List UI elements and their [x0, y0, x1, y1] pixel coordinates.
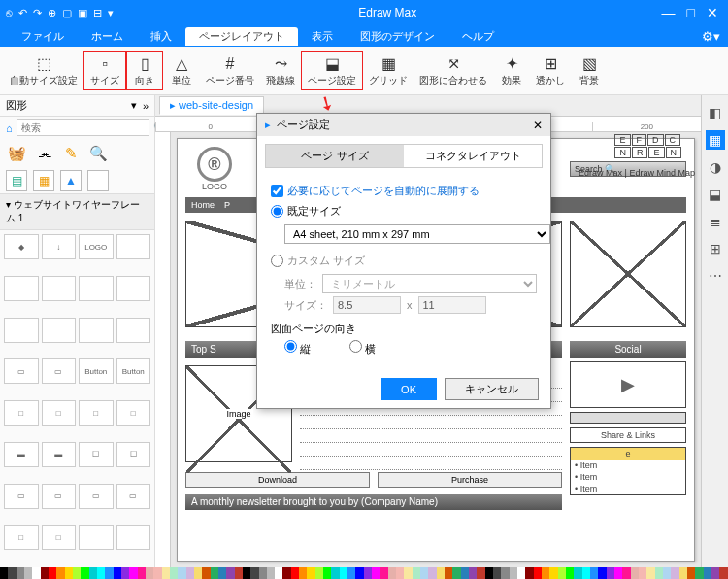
chevron-down-icon[interactable]: ▾	[131, 99, 137, 112]
ribbon-ページ設定[interactable]: ⬓ページ設定	[301, 51, 363, 90]
shape-item[interactable]	[42, 276, 77, 301]
close-button[interactable]: ✕	[707, 5, 718, 20]
width-input[interactable]	[333, 296, 401, 314]
maximize-button[interactable]: □	[687, 5, 695, 20]
ribbon-向き[interactable]: ▯向き	[126, 51, 163, 90]
shape-item[interactable]: LOGO	[79, 234, 114, 259]
edit-icon[interactable]: ✎	[60, 143, 82, 164]
ok-button[interactable]: OK	[381, 378, 437, 400]
shape-item[interactable]	[42, 318, 77, 343]
shape-preset-1[interactable]: ▤	[6, 170, 27, 191]
menu-view[interactable]: 表示	[298, 29, 347, 44]
menu-insert[interactable]: 挿入	[137, 29, 185, 44]
shape-item[interactable]: ◆	[4, 234, 39, 259]
unit-select[interactable]: ミリメートル	[322, 274, 537, 293]
ribbon-自動サイズ設定[interactable]: ⬚自動サイズ設定	[4, 52, 83, 89]
ribbon-サイズ[interactable]: ▫サイズ	[83, 51, 126, 90]
ribbon-効果[interactable]: ✦効果	[493, 52, 530, 89]
prop-icon[interactable]: ⬓	[706, 185, 725, 204]
style-icon[interactable]: ◑	[706, 157, 725, 177]
auto-expand-checkbox[interactable]: 必要に応じてページを自動的に展開する	[271, 184, 537, 198]
layer-icon[interactable]: ≣	[706, 212, 725, 231]
minimize-button[interactable]: —	[662, 5, 676, 20]
dialog-close-icon[interactable]: ✕	[533, 119, 543, 132]
shape-item[interactable]: Button	[79, 358, 114, 384]
ribbon-単位[interactable]: △単位	[163, 52, 200, 89]
shape-item[interactable]: □	[42, 525, 77, 550]
connector-icon[interactable]: ⫘	[33, 143, 54, 164]
gear-icon[interactable]: ⚙▾	[702, 29, 720, 44]
shape-item[interactable]: ▭	[42, 358, 77, 384]
undo-icon[interactable]: ↶	[18, 7, 27, 19]
shape-item[interactable]: ▭	[116, 484, 151, 509]
shape-preset-2[interactable]: ▦	[33, 170, 54, 191]
shape-item[interactable]: ▭	[42, 484, 77, 509]
shape-item[interactable]: ☐	[116, 442, 151, 467]
menu-home[interactable]: ホーム	[78, 29, 137, 44]
redo-icon[interactable]: ↷	[33, 7, 42, 19]
tab-page-size[interactable]: ページ サイズ	[266, 145, 404, 167]
shape-item[interactable]: ▭	[4, 358, 39, 384]
shape-item[interactable]: □	[4, 525, 39, 550]
color-palette[interactable]	[0, 567, 728, 579]
cancel-button[interactable]: キャンセル	[445, 378, 539, 400]
shape-item[interactable]	[116, 525, 151, 550]
ribbon-透かし[interactable]: ⊞透かし	[530, 52, 571, 89]
size-label: サイズ：	[284, 298, 327, 313]
menu-shapedesign[interactable]: 図形のデザイン	[347, 29, 448, 44]
shape-item[interactable]	[116, 276, 151, 301]
panel-expand-icon[interactable]: »	[143, 100, 149, 112]
shape-item[interactable]	[4, 276, 39, 301]
menu-pagelayout[interactable]: ページレイアウト	[185, 27, 298, 46]
preset-size-radio[interactable]: 既定サイズ	[271, 204, 537, 219]
shape-item[interactable]	[79, 525, 114, 550]
tab-connector-layout[interactable]: コネクタレイアウト	[404, 145, 542, 167]
print-icon[interactable]: ⊟	[93, 7, 102, 19]
shape-preset-4[interactable]	[87, 170, 109, 191]
basket-icon[interactable]: 🧺	[6, 143, 27, 164]
shape-item[interactable]	[4, 318, 39, 343]
ribbon-飛越線[interactable]: ⤳飛越線	[260, 52, 301, 89]
custom-size-radio[interactable]: カスタム サイズ	[271, 254, 537, 268]
preset-size-select[interactable]: A4 sheet, 210 mm x 297 mm	[284, 224, 550, 244]
zoom-icon[interactable]: 🔍	[87, 143, 109, 164]
shape-item[interactable]: □	[116, 400, 151, 426]
shape-item[interactable]	[79, 276, 114, 301]
ribbon-図形に合わせる[interactable]: ⤧図形に合わせる	[414, 52, 493, 89]
shape-item[interactable]	[116, 318, 151, 343]
shape-item[interactable]: ↓	[42, 234, 77, 259]
height-input[interactable]	[418, 296, 486, 314]
portrait-radio[interactable]: 縦	[284, 340, 311, 357]
category-toggle-icon[interactable]: ▾	[6, 199, 14, 210]
shape-search-input[interactable]	[17, 119, 149, 136]
home-icon[interactable]: ⌂	[6, 122, 13, 134]
document-tab[interactable]: ▸ web-site-design	[159, 96, 264, 115]
open-icon[interactable]: ▢	[62, 7, 72, 19]
save-icon[interactable]: ▣	[78, 7, 87, 19]
shape-item[interactable]: ▭	[79, 484, 114, 509]
new-icon[interactable]: ⊕	[48, 7, 56, 19]
shape-item[interactable]: Button	[116, 358, 151, 384]
ribbon-ページ番号[interactable]: #ページ番号	[200, 52, 260, 89]
theme-icon[interactable]: ◧	[706, 103, 725, 122]
shape-item[interactable]: □	[79, 400, 114, 426]
menu-help[interactable]: ヘルプ	[448, 29, 508, 44]
shape-item[interactable]	[79, 318, 114, 343]
shape-item[interactable]: ▬	[4, 442, 39, 467]
shape-item[interactable]: ▬	[42, 442, 77, 467]
shape-preset-3[interactable]: ▲	[60, 170, 82, 191]
shape-item[interactable]: ▭	[4, 484, 39, 509]
ribbon-背景[interactable]: ▧背景	[571, 52, 608, 89]
shape-item[interactable]: ☐	[79, 442, 114, 467]
ribbon-グリッド[interactable]: ▦グリッド	[363, 52, 414, 89]
landscape-radio[interactable]: 横	[349, 340, 376, 357]
shape-item[interactable]: □	[42, 400, 77, 426]
more-icon[interactable]: ⋯	[706, 266, 725, 286]
grid4-icon[interactable]: ▦	[706, 130, 725, 150]
shape-item[interactable]: □	[4, 400, 39, 426]
title-bar: ⎋ ↶ ↷ ⊕ ▢ ▣ ⊟ ▾ Edraw Max — □ ✕	[0, 0, 728, 25]
menu-file[interactable]: ファイル	[8, 29, 78, 44]
shape-item[interactable]	[116, 234, 151, 259]
video-placeholder: ▶	[570, 361, 686, 408]
tool-icon[interactable]: ⊞	[706, 239, 725, 258]
